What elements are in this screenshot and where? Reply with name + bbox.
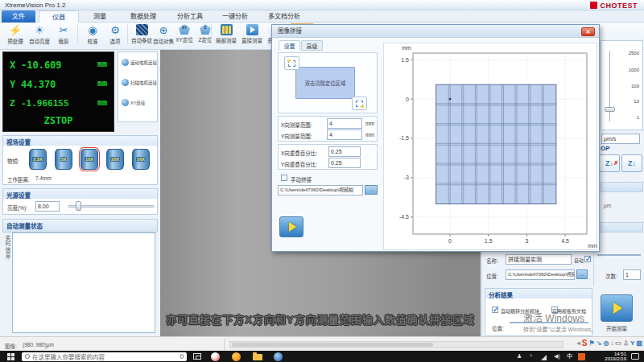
tray-icon[interactable]: ↘ xyxy=(597,339,602,348)
tool-auto-brightness[interactable]: ☀ 自动亮度 xyxy=(27,24,52,45)
working-distance-value: 7.4mm xyxy=(35,175,52,181)
folder-icon[interactable] xyxy=(253,354,262,360)
tool-crop[interactable]: ✂ 裁剪 xyxy=(52,24,76,45)
network-icon[interactable] xyxy=(541,355,547,362)
objective-50x[interactable]: 50X xyxy=(132,149,150,170)
dialog-titlebar[interactable]: 图像拼接 ✕ xyxy=(272,25,599,38)
tool-local-measure[interactable]: 局部测量 xyxy=(214,24,238,44)
play-icon xyxy=(289,222,296,232)
objective-2-5x[interactable]: 2.5X xyxy=(29,149,47,170)
run-stitch-button[interactable] xyxy=(279,216,303,237)
scrollbar-thumb[interactable] xyxy=(232,343,433,347)
volume-icon[interactable]: ◀) xyxy=(554,353,560,360)
brightness-field[interactable]: 8.00 xyxy=(35,201,60,212)
firefox-icon[interactable] xyxy=(232,352,241,361)
speed-unit-field[interactable]: μm/s xyxy=(601,134,640,144)
x-range-field[interactable]: 4 xyxy=(327,118,362,129)
menu-oneclick-analysis[interactable]: 一键分析 xyxy=(214,10,256,23)
save-path-field[interactable]: C:\Users\dell7060\Desktop\视频拍摄 xyxy=(506,269,575,280)
chevron-down-icon: ▼ xyxy=(634,255,638,256)
average-dropdown[interactable]: ▼ xyxy=(597,254,641,256)
tool-calibrate[interactable]: ◉ 校准 xyxy=(80,24,105,45)
tool-auto-fringe[interactable]: 自动条纹 xyxy=(130,24,154,44)
dialog-title: 图像拼接 xyxy=(278,27,302,35)
gears-icon: ⚙ xyxy=(110,24,120,36)
realtime-info-textarea[interactable] xyxy=(12,232,155,333)
browser-icon[interactable] xyxy=(211,352,220,361)
xy-position-icon: XY xyxy=(179,24,190,35)
name-label: 名称: xyxy=(486,257,498,265)
speed-slider-handle[interactable] xyxy=(605,107,615,112)
tray-icon[interactable]: ▭ xyxy=(615,339,621,348)
mic-icon xyxy=(180,354,184,359)
tray-icon[interactable]: ▨ xyxy=(636,339,642,348)
menu-data-processing[interactable]: 数据处理 xyxy=(121,10,166,23)
z-down-cancel-button[interactable]: Z↓✗ xyxy=(599,154,620,172)
tool-preprocess[interactable]: ⚡ 预处理 xyxy=(3,24,27,45)
horizontal-scrollbar[interactable] xyxy=(229,341,564,348)
taskbar-search[interactable]: 在这里输入你要搜索的内容 xyxy=(22,352,187,361)
dro-y-row: Y 44.370 mm xyxy=(10,79,107,90)
corner-pick-bottomright-icon[interactable] xyxy=(352,97,367,110)
auto-save-checkbox[interactable] xyxy=(584,256,591,262)
auto-jump-checkbox[interactable] xyxy=(492,306,498,313)
objective-10x-selected[interactable]: 10X xyxy=(80,149,98,170)
task-view-icon[interactable] xyxy=(193,353,201,360)
person-icon[interactable]: ♟ xyxy=(517,353,522,360)
analysis-pos-label: 位置: xyxy=(492,324,504,332)
tray-app-icon[interactable] xyxy=(578,353,585,360)
light-panel: 亮度(%): 8.00 xyxy=(2,199,158,215)
tray-icon[interactable]: ◂ xyxy=(577,339,580,348)
tool-direct-measure[interactable]: 直接测量 xyxy=(240,24,264,44)
objective-5x[interactable]: 5X xyxy=(55,149,72,170)
recorder-icon[interactable]: S xyxy=(582,339,588,348)
start-measure-button[interactable] xyxy=(601,294,633,322)
chevron-up-icon[interactable]: ^ xyxy=(530,353,532,360)
y-range-field[interactable]: 4 xyxy=(327,130,362,140)
tool-options[interactable]: ⚙ 选项 xyxy=(103,24,127,45)
tray-icon[interactable]: ◎ xyxy=(603,339,609,348)
manual-stitch-checkbox[interactable] xyxy=(281,175,287,181)
objective-20x[interactable]: 20X xyxy=(106,149,124,170)
app-ball-icon[interactable] xyxy=(274,352,283,361)
menu-measure[interactable]: 测量 xyxy=(84,10,116,23)
titlebar: XtremeVision Pro 1.2 xyxy=(0,0,644,10)
x-overlap-field[interactable]: 0.25 xyxy=(328,146,361,157)
z-down-button[interactable]: Z↓ xyxy=(621,154,642,172)
svg-text:0: 0 xyxy=(448,238,452,244)
menu-file[interactable]: 文件 xyxy=(2,10,35,23)
region-preview-box[interactable]: 双击清除定位区域 xyxy=(278,52,378,113)
clock[interactable]: 14:51 2019/2/19 xyxy=(605,352,626,362)
tray-icon[interactable]: ↓ xyxy=(610,339,613,348)
desktop-tray-icons: ◂ S ⚑ ↘ ◎ ↓ ▭ ♙ Y ▨ xyxy=(577,339,642,348)
tab-settings[interactable]: 设置 xyxy=(279,40,300,51)
search-placeholder: 在这里输入你要搜索的内容 xyxy=(32,352,178,361)
tray-icon[interactable]: Y xyxy=(630,339,634,348)
stitch-browse-button[interactable]: ... xyxy=(365,185,378,195)
name-field[interactable]: 拼接测量实测 xyxy=(506,254,572,265)
browse-button[interactable]: ... xyxy=(576,269,588,279)
close-icon[interactable]: ✕ xyxy=(581,27,595,36)
corner-pick-topleft-icon[interactable] xyxy=(284,56,299,70)
y-overlap-field[interactable]: 0.25 xyxy=(328,158,361,168)
ime-indicator[interactable]: 中 xyxy=(567,353,572,360)
count-field[interactable]: 1 xyxy=(623,269,641,280)
start-menu-icon[interactable] xyxy=(7,353,14,360)
stitch-region-hint[interactable]: 双击清除定位区域 xyxy=(295,67,355,99)
stitch-preview-chart[interactable]: 1.50-1.5-3-4.501.534.5mmmm xyxy=(383,43,597,250)
autofocus-icon: ⊕ xyxy=(159,24,168,36)
tab-advanced[interactable]: 高级 xyxy=(301,40,323,51)
notification-center-icon[interactable] xyxy=(631,353,639,360)
svg-text:-1.5: -1.5 xyxy=(399,135,409,141)
menu-instrument[interactable]: 仪器 xyxy=(39,10,79,23)
menu-analysis-tools[interactable]: 分析工具 xyxy=(169,10,211,23)
divider xyxy=(593,253,594,286)
stitch-path-field[interactable]: C:\Users\dell7060\Desktop\视频拍 xyxy=(278,185,363,195)
menu-multidoc-analysis[interactable]: 多文档分析 xyxy=(259,10,309,23)
tray-icon[interactable]: ♙ xyxy=(623,339,629,348)
brightness-slider-handle[interactable] xyxy=(76,201,81,211)
range-fields-group: X向测量范围: 4 mm Y向测量范围: 4 mm xyxy=(278,116,378,142)
ribbon-separator xyxy=(127,24,128,43)
tray-icon[interactable]: ⚑ xyxy=(589,339,595,348)
dro-panel: X -10.609 mm Y 44.370 mm Z -1.966155 mm … xyxy=(2,51,114,132)
